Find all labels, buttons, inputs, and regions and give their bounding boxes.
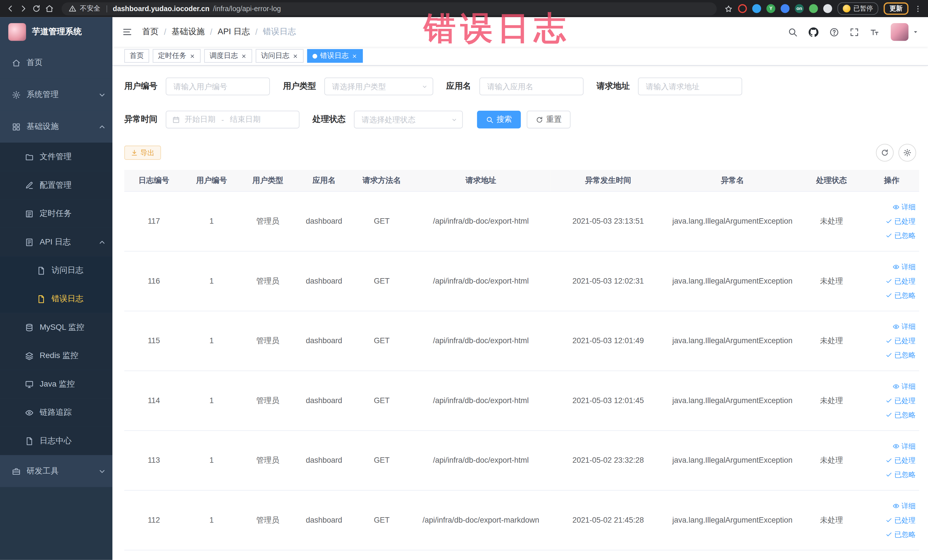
reset-button[interactable]: 重置 — [527, 111, 571, 128]
help-icon[interactable] — [829, 27, 839, 37]
ext-paw[interactable] — [823, 4, 832, 13]
breadcrumb-item[interactable]: 首页 — [142, 26, 159, 37]
browser-menu-icon[interactable] — [914, 5, 922, 13]
action-detail[interactable]: 详细 — [893, 259, 916, 274]
date-range-picker[interactable]: 开始日期 - 结束日期 — [166, 111, 299, 128]
ext-blue-grid[interactable] — [780, 4, 789, 13]
ext-on-badge[interactable]: on — [795, 4, 804, 13]
browser-update-button[interactable]: 更新 — [884, 2, 908, 15]
user-id-input[interactable] — [166, 78, 270, 95]
tab-close-icon[interactable] — [351, 53, 357, 59]
sidebar-item-mysql[interactable]: MySQL 监控 — [0, 313, 112, 342]
forward-icon[interactable] — [19, 4, 27, 13]
doc-icon — [37, 266, 46, 275]
action-processed[interactable]: 已处理 — [885, 453, 916, 467]
sidebar-item-config[interactable]: 配置管理 — [0, 171, 112, 200]
action-ignored[interactable]: 已忽略 — [885, 527, 916, 541]
tab-错误日志[interactable]: 错误日志 — [307, 49, 363, 63]
sidebar-item-access-log[interactable]: 访问日志 — [0, 256, 112, 285]
sidebar-item-java[interactable]: Java 监控 — [0, 370, 112, 398]
hamburger-icon[interactable] — [122, 26, 132, 37]
sidebar-item-file[interactable]: 文件管理 — [0, 143, 112, 171]
table-row: 1151管理员dashboardGET/api/infra/db-doc/exp… — [124, 311, 919, 371]
table-row: 1161管理员dashboardGET/api/infra/db-doc/exp… — [124, 251, 919, 311]
action-detail[interactable]: 详细 — [893, 200, 916, 214]
sidebar-item-home[interactable]: 首页 — [0, 47, 112, 79]
cell-time: 2021-05-02 21:45:28 — [550, 490, 666, 550]
ext-red-ring[interactable] — [738, 4, 747, 13]
action-processed[interactable]: 已处理 — [885, 274, 916, 288]
tab-首页[interactable]: 首页 — [124, 49, 149, 63]
sidebar-item-error-log[interactable]: 错误日志 — [0, 285, 112, 313]
paused-extension-pill[interactable]: 已暂停 — [838, 2, 878, 15]
tab-close-icon[interactable] — [241, 53, 247, 59]
header-search-icon[interactable] — [788, 27, 798, 37]
fullscreen-icon[interactable] — [849, 27, 859, 37]
action-ignored[interactable]: 已忽略 — [885, 348, 916, 362]
column-header-user-id: 用户编号 — [183, 170, 240, 191]
user-avatar-menu[interactable] — [891, 23, 919, 41]
cell-status: 未处理 — [799, 311, 864, 371]
process-status-select[interactable] — [354, 111, 463, 128]
export-button[interactable]: 导出 — [124, 145, 161, 160]
back-icon[interactable] — [6, 4, 15, 13]
action-processed[interactable]: 已处理 — [885, 214, 916, 228]
breadcrumb-item[interactable]: API 日志 — [218, 26, 250, 37]
cell-time: 2021-05-03 12:02:31 — [550, 251, 666, 311]
action-ignored[interactable]: 已忽略 — [885, 467, 916, 482]
sidebar-item-label: 系统管理 — [26, 89, 58, 100]
user-type-select[interactable] — [324, 78, 433, 95]
address-bar[interactable]: 不安全 dashboard.yudao.iocoder.cn /infra/lo… — [62, 2, 717, 15]
action-processed[interactable]: 已处理 — [885, 513, 916, 527]
action-detail[interactable]: 详细 — [893, 499, 916, 513]
tab-close-icon[interactable] — [189, 53, 195, 59]
tab-调度日志[interactable]: 调度日志 — [204, 49, 252, 63]
tab-访问日志[interactable]: 访问日志 — [256, 49, 304, 63]
process-status-select-input[interactable] — [354, 111, 463, 128]
sidebar-item-dev-tools[interactable]: 研发工具 — [0, 455, 112, 487]
cell-user-id: 1 — [183, 251, 240, 311]
reload-icon[interactable] — [32, 4, 41, 13]
ext-green-leaf[interactable] — [809, 4, 818, 13]
sidebar-item-system[interactable]: 系统管理 — [0, 79, 112, 111]
browser-home-icon[interactable] — [45, 4, 54, 13]
action-ignored[interactable]: 已忽略 — [885, 288, 916, 302]
github-icon[interactable] — [808, 26, 819, 37]
action-ignored[interactable]: 已忽略 — [885, 407, 916, 422]
app-name-input[interactable] — [479, 78, 583, 95]
column-header-time: 异常发生时间 — [550, 170, 666, 191]
breadcrumb-item[interactable]: 基础设施 — [171, 26, 205, 37]
filter-request-url: 请求地址 — [597, 78, 742, 95]
action-detail[interactable]: 详细 — [893, 319, 916, 334]
sidebar-item-label: 基础设施 — [26, 121, 58, 132]
user-type-select-input[interactable] — [324, 78, 433, 95]
sidebar-item-log-center[interactable]: 日志中心 — [0, 427, 112, 455]
refresh-table-button[interactable] — [876, 144, 893, 162]
filter-app-name: 应用名 — [446, 78, 583, 95]
breadcrumb: 首页/基础设施/API 日志/错误日志 — [142, 26, 296, 37]
column-header-user-type: 用户类型 — [240, 170, 296, 191]
ext-green-y[interactable]: Y — [766, 4, 775, 13]
sidebar-item-trace[interactable]: 链路追踪 — [0, 398, 112, 427]
tags-view: 首页定时任务调度日志访问日志错误日志 — [112, 47, 928, 66]
sidebar-item-api-log[interactable]: API 日志 — [0, 228, 112, 256]
tab-定时任务[interactable]: 定时任务 — [153, 49, 200, 63]
sidebar-item-redis[interactable]: Redis 监控 — [0, 342, 112, 370]
action-detail[interactable]: 详细 — [893, 439, 916, 453]
sidebar-item-infra[interactable]: 基础设施 — [0, 111, 112, 143]
action-ignored[interactable]: 已忽略 — [885, 228, 916, 243]
column-settings-button[interactable] — [898, 144, 916, 162]
request-url-input[interactable] — [638, 78, 742, 95]
ext-blue-drop[interactable] — [752, 4, 761, 13]
action-processed[interactable]: 已处理 — [885, 334, 916, 348]
action-processed[interactable]: 已处理 — [885, 394, 916, 407]
search-button[interactable]: 搜索 — [477, 111, 521, 128]
action-detail[interactable]: 详细 — [893, 379, 916, 394]
sidebar-logo[interactable]: 芋道管理系统 — [0, 17, 112, 47]
font-size-icon[interactable] — [870, 27, 879, 37]
eye-icon — [25, 408, 34, 417]
tab-close-icon[interactable] — [292, 53, 298, 59]
sidebar-item-job[interactable]: 定时任务 — [0, 200, 112, 228]
bookmark-star-icon[interactable] — [724, 5, 733, 13]
breadcrumb-separator: / — [255, 27, 258, 37]
